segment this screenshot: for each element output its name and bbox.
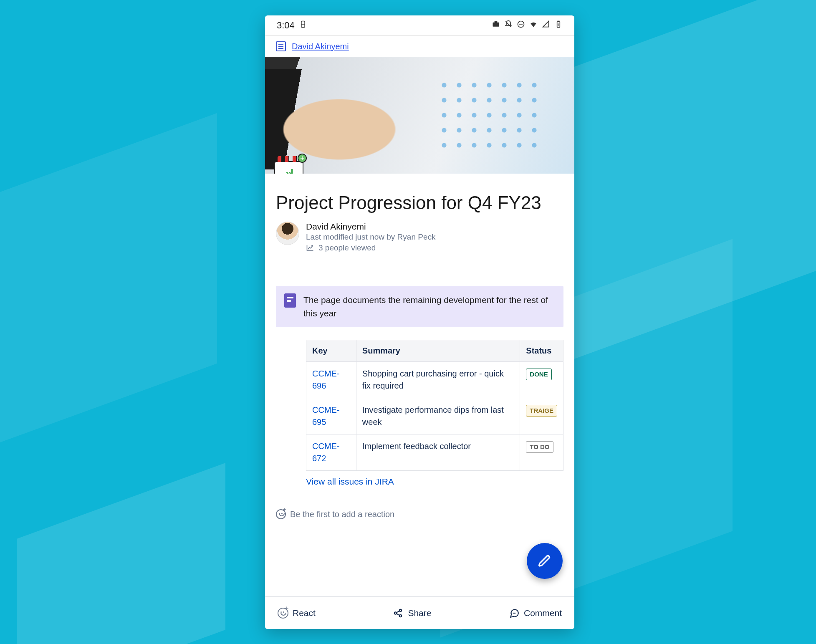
- pencil-icon: [538, 554, 551, 568]
- svg-line-13: [397, 614, 400, 615]
- share-button[interactable]: Share: [393, 608, 431, 619]
- signal-icon: [542, 20, 550, 31]
- note-panel-icon: [284, 293, 296, 308]
- issues-table: Key Summary Status CCME-696Shopping cart…: [306, 340, 563, 471]
- share-label: Share: [408, 608, 431, 618]
- status-time: 3:04: [277, 20, 295, 31]
- react-label: React: [293, 608, 316, 618]
- col-key: Key: [306, 340, 356, 362]
- react-icon: [278, 608, 288, 619]
- col-status: Status: [520, 340, 563, 362]
- wifi-icon: [529, 20, 538, 31]
- table-header-row: Key Summary Status: [306, 340, 563, 362]
- breadcrumb-author-link[interactable]: David Akinyemi: [292, 42, 349, 51]
- modified-info: Last modified just now by Ryan Peck: [306, 232, 436, 242]
- issue-key-link[interactable]: CCME-696: [312, 369, 340, 390]
- issue-summary: Shopping cart purchasing error - quick f…: [356, 362, 520, 398]
- col-summary: Summary: [356, 340, 520, 362]
- svg-rect-3: [495, 21, 497, 23]
- issue-summary: Investigate performance dips from last w…: [356, 398, 520, 434]
- phone-frame: 3:04 David Akinyemi »| + Project Progres…: [265, 15, 574, 629]
- info-panel-text: The page documents the remaining develop…: [303, 293, 555, 320]
- status-badge: TO DO: [526, 441, 553, 453]
- status-badge: TRAIGE: [526, 405, 557, 417]
- react-button[interactable]: React: [278, 608, 316, 619]
- breadcrumb: David Akinyemi: [265, 35, 574, 57]
- issue-summary: Implement feedback collector: [356, 434, 520, 471]
- table-row: CCME-672Implement feedback collectorTO D…: [306, 434, 563, 471]
- reaction-prompt-text: Be the first to add a reaction: [290, 510, 394, 519]
- mute-icon: [504, 20, 513, 31]
- reaction-prompt-row[interactable]: Be the first to add a reaction: [265, 503, 574, 528]
- add-reaction-icon[interactable]: [276, 509, 286, 519]
- issue-key-link[interactable]: CCME-695: [312, 405, 340, 427]
- edit-fab[interactable]: [527, 543, 563, 579]
- table-row: CCME-696Shopping cart purchasing error -…: [306, 362, 563, 398]
- svg-line-12: [397, 611, 400, 612]
- hero-image: »| +: [265, 57, 574, 174]
- page-icon: [276, 41, 286, 51]
- comment-button[interactable]: Comment: [509, 608, 562, 619]
- svg-rect-2: [493, 23, 499, 27]
- issues-table-wrap: Key Summary Status CCME-696Shopping cart…: [306, 340, 563, 471]
- info-panel: The page documents the remaining develop…: [276, 286, 563, 327]
- comment-label: Comment: [524, 608, 562, 618]
- device-icon: [299, 20, 307, 31]
- share-icon: [393, 608, 404, 619]
- view-all-issues-link[interactable]: View all issues in JIRA: [306, 477, 394, 486]
- briefcase-icon: [492, 20, 500, 31]
- issue-key-link[interactable]: CCME-672: [312, 442, 340, 463]
- avatar[interactable]: [276, 222, 299, 245]
- views-row[interactable]: 3 people viewed: [306, 243, 436, 253]
- analytics-icon: [306, 244, 314, 252]
- view-all-link-wrap: View all issues in JIRA: [306, 477, 574, 487]
- svg-rect-8: [558, 21, 559, 22]
- battery-icon: [554, 20, 563, 31]
- comment-icon: [509, 608, 520, 619]
- author-block: David Akinyemi Last modified just now by…: [276, 222, 563, 253]
- dnd-icon: [517, 20, 525, 31]
- bottom-bar: React Share Comment: [265, 596, 574, 629]
- page-emoji-sticker[interactable]: »| +: [274, 161, 303, 174]
- views-count: 3 people viewed: [318, 243, 376, 253]
- page-title: Project Progression for Q4 FY23: [276, 191, 563, 214]
- status-bar: 3:04: [265, 15, 574, 35]
- status-badge: DONE: [526, 369, 551, 380]
- author-name[interactable]: David Akinyemi: [306, 222, 436, 232]
- table-row: CCME-695Investigate performance dips fro…: [306, 398, 563, 434]
